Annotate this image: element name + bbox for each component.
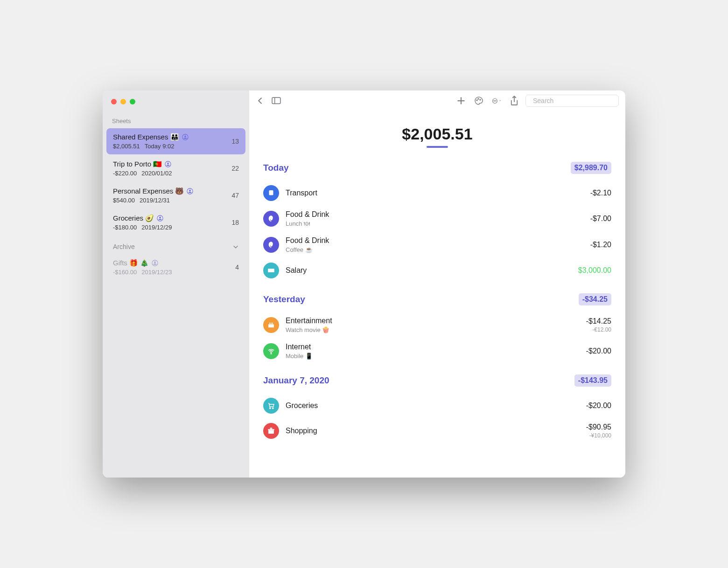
transaction-category: Entertainment (286, 317, 580, 325)
sidebar-toggle-button[interactable] (272, 96, 281, 105)
minimize-window-button[interactable] (120, 99, 126, 104)
svg-point-3 (167, 163, 169, 165)
more-menu-button[interactable] (492, 96, 501, 105)
back-button[interactable] (256, 96, 265, 105)
add-button[interactable] (456, 96, 466, 105)
transaction-note: Coffee ☕ (286, 246, 584, 253)
sheet-item[interactable]: Trip to Porto 🇵🇹-$220.002020/01/0222 (106, 155, 245, 181)
sheet-count: 18 (228, 219, 239, 226)
transaction-category: Transport (286, 189, 584, 197)
search-box[interactable] (525, 95, 619, 107)
svg-point-16 (480, 99, 481, 100)
transaction-amounts: -$2.10 (590, 189, 611, 197)
archive-label: Archive (113, 243, 135, 250)
transaction-info: Shopping (286, 427, 580, 435)
transaction-amounts: -$1.20 (590, 241, 611, 249)
sheet-count: 4 (231, 263, 239, 271)
chevron-down-icon (232, 243, 239, 250)
svg-point-15 (478, 98, 479, 99)
sheet-amount: $540.00 (113, 197, 135, 204)
archive-list: Gifts 🎁 🎄-$160.002019/12/234 (103, 254, 249, 281)
transaction-category: Internet (286, 343, 580, 351)
transaction-note: Watch movie 🍿 (286, 326, 580, 333)
sidebar-section-header: Sheets (103, 104, 249, 128)
sheet-item[interactable]: Shared Expenses 👨‍👨‍👧$2,005.51Today 9:02… (106, 128, 245, 154)
toolbar (249, 90, 625, 111)
transaction-amounts: -$20.00 (586, 347, 611, 355)
transaction-amount: -$14.25 (586, 317, 611, 326)
transaction-category: Groceries (286, 402, 580, 410)
sheet-item[interactable]: Personal Expenses 🐻$540.002019/12/3147 (106, 182, 245, 208)
transaction-info: Salary (286, 266, 572, 275)
transaction-row[interactable]: Groceries-$20.00 (263, 393, 611, 418)
transaction-row[interactable]: Shopping-$90.95-¥10,000 (263, 418, 611, 443)
transaction-info: Groceries (286, 402, 580, 410)
sheet-amount: -$220.00 (113, 170, 137, 177)
section-header: January 7, 2020-$143.95 (263, 374, 611, 387)
transaction-amounts: $3,000.00 (578, 266, 611, 275)
sheet-subtitle: -$180.002019/12/29 (113, 224, 228, 231)
transaction-row[interactable]: EntertainmentWatch movie 🍿-$14.25-€12.00 (263, 312, 611, 338)
transaction-category: Food & Drink (286, 236, 584, 245)
sheet-amount: -$180.00 (113, 224, 137, 231)
category-icon (263, 185, 279, 201)
transaction-row[interactable]: Food & DrinkLunch 🍽-$7.00 (263, 206, 611, 232)
section-title: Today (263, 163, 289, 173)
transaction-amount: -$90.95 (586, 423, 611, 431)
svg-rect-38 (271, 429, 272, 434)
transaction-amount: $3,000.00 (578, 266, 611, 275)
transaction-category: Food & Drink (286, 210, 584, 219)
archive-toggle[interactable]: Archive (103, 236, 249, 254)
transaction-amount: -$20.00 (586, 347, 611, 355)
transaction-row[interactable]: Food & DrinkCoffee ☕-$1.20 (263, 232, 611, 258)
sheet-subtitle: $2,005.51Today 9:02 (113, 143, 228, 150)
transaction-row[interactable]: Transport-$2.10 (263, 180, 611, 206)
sidebar: Sheets Shared Expenses 👨‍👨‍👧$2,005.51Tod… (103, 90, 249, 478)
transaction-amount: -$7.00 (590, 215, 611, 223)
svg-rect-31 (271, 323, 272, 325)
svg-point-28 (270, 270, 272, 271)
maximize-window-button[interactable] (130, 99, 135, 104)
main-panel: $2,005.51 Today$2,989.70Transport-$2.10F… (249, 90, 625, 478)
transaction-row[interactable]: Salary$3,000.00 (263, 258, 611, 283)
sheet-date: Today 9:02 (145, 143, 175, 150)
svg-point-20 (496, 100, 496, 101)
section-header: Yesterday-$34.25 (263, 293, 611, 305)
transaction-amount-secondary: -€12.00 (586, 326, 611, 333)
svg-point-33 (271, 353, 272, 354)
transaction-amounts: -$90.95-¥10,000 (586, 423, 611, 439)
shared-icon (152, 260, 158, 266)
sheet-date: 2020/01/02 (141, 170, 172, 177)
total-underline (427, 146, 448, 148)
transaction-amount: -$20.00 (586, 402, 611, 410)
content-scroll[interactable]: $2,005.51 Today$2,989.70Transport-$2.10F… (249, 111, 625, 478)
svg-point-18 (494, 100, 494, 101)
sheet-total: $2,005.51 (263, 125, 611, 148)
window-controls (103, 97, 249, 104)
sheet-count: 47 (228, 192, 239, 199)
transaction-row[interactable]: InternetMobile 📱-$20.00 (263, 338, 611, 364)
shared-icon (165, 161, 171, 167)
category-icon (263, 211, 279, 227)
shared-icon (187, 188, 193, 194)
app-window: Sheets Shared Expenses 👨‍👨‍👧$2,005.51Tod… (103, 90, 625, 478)
share-button[interactable] (510, 96, 519, 105)
shared-icon (182, 134, 189, 140)
search-input[interactable] (533, 97, 615, 104)
palette-button[interactable] (474, 96, 483, 105)
transaction-amounts: -$20.00 (586, 402, 611, 410)
section-sum: $2,989.70 (571, 162, 611, 174)
transaction-amounts: -$7.00 (590, 215, 611, 223)
transaction-info: Transport (286, 189, 584, 197)
sheet-item[interactable]: Gifts 🎁 🎄-$160.002019/12/234 (106, 254, 245, 280)
section-title: January 7, 2020 (263, 375, 329, 386)
sheet-subtitle: -$160.002019/12/23 (113, 269, 231, 276)
sheet-item[interactable]: Groceries 🥑-$180.002019/12/2918 (106, 209, 245, 236)
transaction-category: Salary (286, 266, 572, 275)
sheet-count: 22 (228, 165, 239, 172)
close-window-button[interactable] (111, 99, 117, 104)
sheet-title: Groceries 🥑 (113, 214, 228, 222)
transaction-category: Shopping (286, 427, 580, 435)
svg-rect-32 (272, 323, 273, 325)
category-icon (263, 423, 279, 439)
